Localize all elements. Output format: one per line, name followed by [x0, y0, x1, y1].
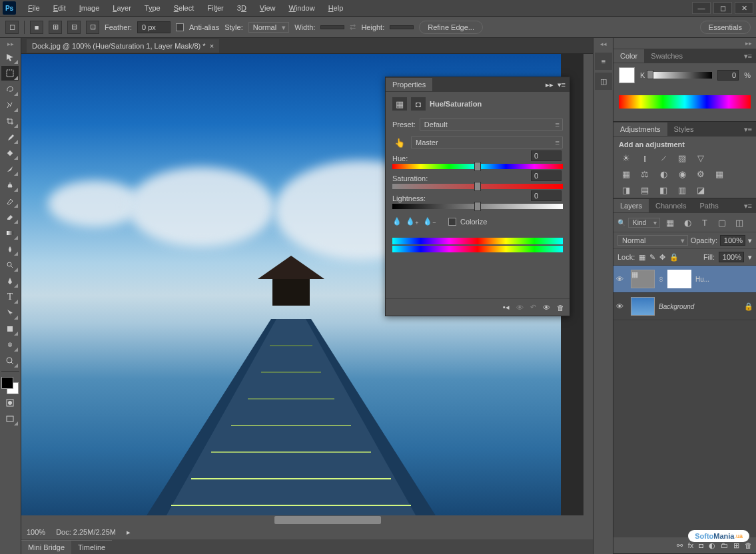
color-balance-icon[interactable]: ⚖	[637, 167, 652, 180]
hue-slider[interactable]	[392, 164, 563, 169]
bw-icon[interactable]: ◐	[656, 167, 671, 180]
zoom-tool[interactable]	[1, 354, 19, 368]
shape-tool[interactable]	[1, 322, 19, 336]
type-tool[interactable]: T	[1, 290, 19, 304]
pen-tool[interactable]	[1, 274, 19, 288]
tab-properties[interactable]: Properties	[386, 78, 432, 91]
gradient-map-icon[interactable]: ▥	[675, 183, 689, 196]
close-button[interactable]: ✕	[735, 2, 753, 14]
horizontal-scrollbar[interactable]	[21, 515, 593, 525]
tab-color[interactable]: Color	[613, 49, 644, 63]
eyedropper-tool[interactable]	[1, 130, 19, 144]
layer-hue-saturation[interactable]: 👁 ▦ 𝟾 Hu...	[613, 266, 756, 293]
filter-kind-icon[interactable]: 🔍	[617, 219, 625, 226]
menu-type[interactable]: Type	[139, 1, 166, 15]
color-spectrum[interactable]	[619, 95, 751, 109]
channel-select[interactable]: Master	[411, 137, 563, 148]
dodge-tool[interactable]	[1, 258, 19, 272]
menu-filter[interactable]: Filter	[202, 1, 228, 15]
menu-view[interactable]: View	[254, 1, 281, 15]
marquee-tool[interactable]	[1, 66, 19, 81]
new-group-icon[interactable]: 🗀	[721, 541, 728, 549]
document-tab[interactable]: Dock.jpg @ 100% (Hue/Saturation 1, Layer…	[27, 39, 219, 53]
filter-kind-select[interactable]: Kind	[628, 218, 660, 228]
tab-timeline[interactable]: Timeline	[71, 540, 112, 554]
color-lookup-icon[interactable]: ▦	[712, 167, 727, 180]
filter-pixel-icon[interactable]: ▦	[663, 216, 677, 229]
filter-type-icon[interactable]: T	[697, 216, 712, 229]
eyedropper-base-icon[interactable]: 💧	[392, 217, 402, 226]
clip-to-layer-icon[interactable]: ▪◂	[503, 303, 510, 312]
quick-mask-tool[interactable]	[1, 396, 19, 410]
layer-visibility-icon[interactable]: 👁	[616, 302, 627, 310]
new-layer-icon[interactable]: ⊞	[733, 541, 739, 550]
dock-properties-icon[interactable]: ◫	[595, 73, 612, 90]
crop-tool[interactable]	[1, 114, 19, 129]
tab-layers[interactable]: Layers	[613, 199, 649, 212]
threshold-icon[interactable]: ◧	[656, 183, 671, 196]
lock-position-icon[interactable]: ✥	[659, 253, 665, 262]
hue-sat-icon[interactable]: ▦	[619, 167, 633, 180]
color-panel-menu-icon[interactable]: ▾≡	[740, 51, 756, 62]
on-image-adjust-icon[interactable]: 👆	[392, 136, 407, 149]
tool-preset-icon[interactable]: ◻	[5, 21, 19, 34]
menu-image[interactable]: Image	[74, 1, 105, 15]
invert-icon[interactable]: ◨	[619, 183, 633, 196]
healing-brush-tool[interactable]	[1, 146, 19, 160]
style-select[interactable]: Normal	[248, 22, 289, 33]
k-slider[interactable]	[650, 72, 712, 79]
tab-channels[interactable]: Channels	[649, 199, 693, 212]
color-swatch[interactable]	[619, 67, 635, 83]
doc-info[interactable]: Doc: 2.25M/2.25M	[56, 528, 116, 536]
workspace-button[interactable]: Essentials	[700, 21, 751, 34]
menu-edit[interactable]: Edit	[48, 1, 71, 15]
collapse-toolbar-icon[interactable]: ▸▸	[1, 41, 19, 47]
properties-menu-icon[interactable]: ▾≡	[558, 81, 566, 89]
foreground-background-colors[interactable]	[1, 377, 19, 394]
tab-adjustments[interactable]: Adjustments	[613, 123, 667, 136]
lasso-tool[interactable]	[1, 82, 19, 97]
layer-background[interactable]: 👁 Background 🔒	[613, 293, 756, 320]
delete-layer-icon[interactable]: 🗑	[745, 541, 752, 549]
hand-tool[interactable]	[1, 338, 19, 352]
menu-3d[interactable]: 3D	[232, 1, 252, 15]
selective-color-icon[interactable]: ◪	[693, 183, 708, 196]
saturation-value[interactable]: 0	[531, 170, 562, 181]
colorize-checkbox[interactable]	[448, 218, 456, 226]
channel-mixer-icon[interactable]: ⚙	[693, 167, 708, 180]
photo-filter-icon[interactable]: ◉	[675, 167, 689, 180]
lock-all-icon[interactable]: 🔒	[669, 253, 679, 262]
expand-dock-icon[interactable]: ◂◂	[593, 38, 613, 50]
quick-selection-tool[interactable]	[1, 98, 19, 113]
opacity-input[interactable]: 100%	[720, 235, 745, 246]
view-previous-icon[interactable]: 👁	[516, 304, 524, 312]
minimize-button[interactable]: —	[692, 2, 711, 14]
exposure-icon[interactable]: ▨	[675, 151, 689, 164]
layer-name-2[interactable]: Background	[659, 303, 694, 310]
swap-dimensions-icon[interactable]: ⇄	[350, 23, 356, 31]
layers-panel-menu-icon[interactable]: ▾≡	[740, 200, 756, 212]
vibrance-icon[interactable]: ▽	[693, 151, 708, 164]
adjustment-type-icon[interactable]: ▦	[392, 97, 407, 111]
gradient-tool[interactable]	[1, 226, 19, 240]
lock-transparency-icon[interactable]: ▦	[639, 253, 645, 262]
blur-tool[interactable]	[1, 242, 19, 256]
add-selection-icon[interactable]: ⊞	[49, 21, 62, 34]
mask-type-icon[interactable]: ◘	[411, 97, 426, 111]
eraser-tool[interactable]	[1, 210, 19, 224]
maximize-button[interactable]: ◻	[713, 2, 732, 14]
brush-tool[interactable]	[1, 162, 19, 176]
tab-paths[interactable]: Paths	[693, 199, 725, 212]
toggle-visibility-icon[interactable]: 👁	[543, 304, 550, 312]
foreground-color-swatch[interactable]	[1, 377, 13, 389]
layer-mask-thumb[interactable]	[667, 270, 691, 288]
subtract-selection-icon[interactable]: ⊟	[67, 21, 81, 34]
width-input[interactable]	[320, 25, 344, 29]
tab-mini-bridge[interactable]: Mini Bridge	[21, 540, 71, 554]
menu-window[interactable]: Window	[284, 1, 320, 15]
feather-input[interactable]: 0 px	[137, 21, 171, 33]
eyedropper-subtract-icon[interactable]: 💧₋	[423, 217, 436, 226]
tab-styles[interactable]: Styles	[667, 123, 701, 136]
adjustments-panel-menu-icon[interactable]: ▾≡	[740, 124, 756, 135]
dock-history-icon[interactable]: ≡	[595, 53, 612, 70]
